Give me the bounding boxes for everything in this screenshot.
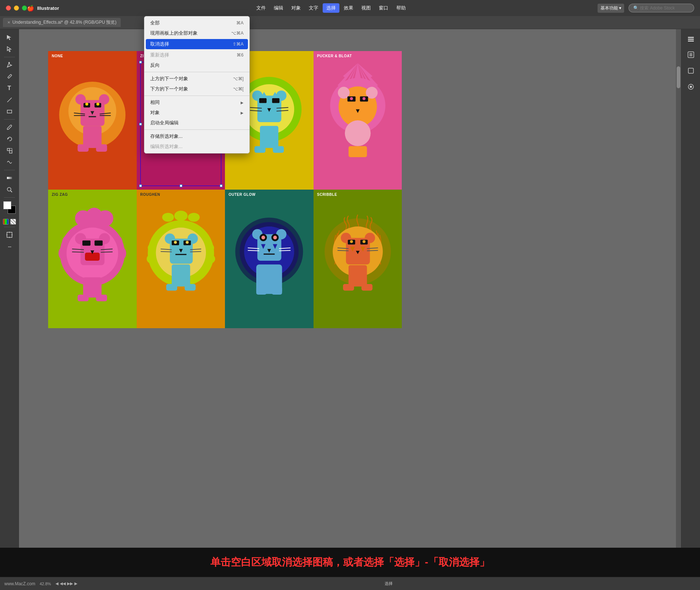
menu-file[interactable]: 文件: [253, 3, 269, 13]
properties-panel-button[interactable]: [684, 48, 697, 61]
menu-item-below[interactable]: 下方的下一个对象 ⌥⌘[: [144, 84, 249, 94]
workspace-selector[interactable]: 基本功能 ▾: [598, 4, 624, 13]
svg-rect-5: [9, 151, 12, 153]
svg-point-20: [99, 94, 109, 104]
menu-item-save-sel[interactable]: 存储所选对象...: [144, 131, 249, 141]
instruction-text: 单击空白区域取消选择图稿，或者选择「选择」-「取消选择」: [210, 555, 489, 569]
menu-bar: 文件 编辑 对象 文字 选择 效果 视图 窗口 帮助: [65, 3, 598, 13]
gradient-swatch[interactable]: [3, 219, 9, 225]
svg-rect-3: [7, 110, 12, 113]
svg-point-183: [350, 240, 353, 243]
vertical-scrollbar[interactable]: [676, 29, 681, 572]
status-bar: www.MacZ.com 42.8% ◀ ◀◀ ▶▶ ▶ 选择: [0, 577, 700, 590]
more-tools-button[interactable]: ···: [3, 241, 16, 252]
gradient-tool-button[interactable]: [3, 172, 16, 183]
svg-rect-120: [94, 240, 102, 245]
toolbar-separator-4: [4, 197, 15, 198]
direct-select-tool-button[interactable]: [3, 44, 16, 55]
cell-pucker: PUCKER & BLOAT: [314, 51, 402, 190]
menu-view[interactable]: 视图: [358, 3, 374, 13]
svg-point-184: [362, 240, 365, 243]
minimize-button[interactable]: [14, 5, 19, 11]
menu-object[interactable]: 对象: [288, 3, 304, 13]
nav-next-button[interactable]: ▶: [74, 581, 77, 586]
svg-point-24: [96, 103, 99, 106]
svg-rect-119: [82, 240, 90, 245]
menu-item-above[interactable]: 上方的下一个对象 ⌥⌘]: [144, 74, 249, 84]
cell-zigzag-bot: ZIG ZAG: [48, 190, 137, 328]
document-tab[interactable]: ✕ Understanding_Effects.ai* @ 42.8% (RGB…: [3, 18, 121, 27]
cell-none-label: NONE: [52, 54, 63, 58]
svg-rect-153: [166, 284, 177, 291]
svg-rect-4: [7, 148, 9, 151]
toolbar-separator-5: [4, 227, 15, 227]
maximize-button[interactable]: [22, 5, 27, 11]
rotate-tool-button[interactable]: [3, 133, 16, 144]
toolbar-separator-3: [4, 170, 15, 170]
menu-item-object-sub[interactable]: 对象 ▶: [144, 108, 249, 118]
svg-point-165: [273, 236, 277, 239]
artboard-tool-button[interactable]: [3, 229, 16, 240]
menu-window[interactable]: 窗口: [375, 3, 392, 13]
toolbar-separator-2: [4, 119, 15, 120]
nav-prev-button[interactable]: ◀: [55, 581, 58, 586]
scroll-thumb-vertical[interactable]: [677, 66, 680, 88]
pencil-tool-button[interactable]: [3, 71, 16, 82]
svg-rect-194: [361, 284, 372, 291]
svg-rect-33: [96, 144, 107, 152]
menu-separator-2: [144, 96, 249, 96]
svg-rect-82: [260, 126, 279, 148]
libraries-panel-button[interactable]: [684, 64, 697, 77]
scale-tool-button[interactable]: [3, 145, 16, 156]
menu-item-all[interactable]: 全部 ⌘A: [144, 18, 249, 28]
rect-tool-button[interactable]: [3, 106, 16, 117]
canvas-area[interactable]: NONE: [19, 29, 681, 577]
svg-line-126: [101, 252, 112, 252]
menu-help[interactable]: 帮助: [393, 3, 409, 13]
svg-point-137: [188, 213, 199, 222]
menu-edit[interactable]: 编辑: [270, 3, 287, 13]
svg-line-173: [279, 251, 291, 251]
menu-item-deselect[interactable]: 取消选择 ⇧⌘A: [146, 39, 248, 49]
apple-logo-icon[interactable]: 🍎: [27, 5, 34, 12]
cell-roughen: ROUGHEN: [137, 190, 225, 328]
type-tool-button[interactable]: T: [3, 83, 16, 94]
macz-watermark: www.MacZ.com: [4, 581, 35, 586]
menu-item-global-edit[interactable]: 启动全局编辑: [144, 118, 249, 128]
select-tool-button[interactable]: [3, 32, 16, 43]
menu-item-edit-sel[interactable]: 编辑所选对象...: [144, 141, 249, 152]
menu-text[interactable]: 文字: [305, 3, 322, 13]
line-tool-button[interactable]: [3, 94, 16, 105]
svg-rect-32: [78, 144, 89, 152]
main-layout: T: [0, 29, 700, 577]
menu-item-all-artboard[interactable]: 现用画板上的全部对象 ⌥⌘A: [144, 28, 249, 38]
layers-panel-button[interactable]: [684, 32, 697, 45]
nav-last-button[interactable]: ▶▶: [67, 581, 73, 586]
tab-close-icon[interactable]: ✕: [7, 20, 10, 24]
select-dropdown-menu: 全部 ⌘A 现用画板上的全部对象 ⌥⌘A 取消选择 ⇧⌘A 重新选择 ⌘6 反向…: [144, 16, 250, 154]
brush-tool-button[interactable]: [3, 122, 16, 133]
menu-item-reselect[interactable]: 重新选择 ⌘6: [144, 50, 249, 60]
svg-rect-193: [343, 284, 354, 291]
cell-none: NONE: [48, 51, 137, 190]
svg-point-164: [261, 236, 265, 239]
appearance-panel-button[interactable]: [684, 80, 697, 93]
toolbar-separator: [4, 57, 15, 57]
menu-item-inverse[interactable]: 反向: [144, 60, 249, 70]
menu-select[interactable]: 选择: [323, 3, 339, 13]
svg-line-124: [72, 252, 84, 252]
foreground-color-box[interactable]: [3, 201, 11, 209]
adobe-stock-search[interactable]: [629, 4, 694, 12]
cell-scribble-label: SCRIBBLE: [317, 193, 337, 197]
menu-effect[interactable]: 效果: [340, 3, 357, 13]
pen-tool-button[interactable]: [3, 59, 16, 70]
svg-rect-202: [688, 68, 693, 73]
zoom-tool-button[interactable]: [3, 184, 16, 195]
cell-outerglow: OUTER GLOW: [225, 190, 314, 328]
nav-first-button[interactable]: ◀◀: [60, 581, 66, 586]
warp-tool-button[interactable]: [3, 157, 16, 168]
none-swatch[interactable]: [10, 219, 16, 225]
close-button[interactable]: [6, 5, 11, 11]
menu-item-same[interactable]: 相同 ▶: [144, 97, 249, 108]
svg-point-19: [75, 94, 86, 104]
